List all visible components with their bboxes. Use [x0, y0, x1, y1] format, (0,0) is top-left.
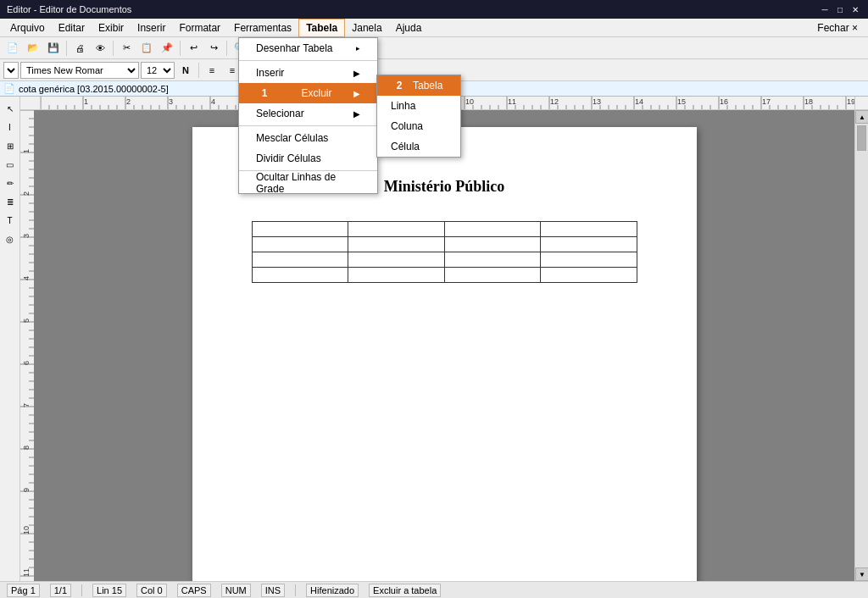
left-frame-btn[interactable]: ▭ [2, 156, 19, 173]
v-ruler-canvas [20, 110, 34, 581]
table-cell [348, 237, 445, 252]
titlebar: Editor - Editor de Documentos ─ □ ✕ [0, 0, 868, 19]
menu-inserir-item[interactable]: Inserir ▶ [239, 63, 377, 83]
menu-mesclar-item[interactable]: Mesclar Células [239, 128, 377, 148]
scroll-up-btn[interactable]: ▲ [855, 110, 868, 124]
status-col: Col 0 [136, 584, 167, 597]
step2-badge: 2 [391, 77, 408, 94]
table-cell [252, 237, 348, 252]
status-ins: INS [261, 584, 285, 597]
table-row [252, 222, 637, 237]
menu-formatar[interactable]: Formatar [172, 19, 227, 37]
menu-editar[interactable]: Editar [52, 19, 92, 37]
menu-excluir-item[interactable]: 1 Excluir ▶ [239, 83, 377, 103]
menu-tabela[interactable]: Tabela [298, 19, 345, 37]
menu-janela[interactable]: Janela [345, 19, 388, 37]
content-area: Ministério Público [20, 97, 868, 581]
tabela-dropdown: Desenhar Tabela ▸ Inserir ▶ 1 Excluir ▶ … [238, 37, 378, 194]
breadcrumb-text: cota genérica [03.2015.00000002-5] [19, 84, 169, 94]
font-size-select[interactable]: 12 [141, 62, 175, 79]
ruler-corner [20, 97, 41, 110]
table-cell [541, 237, 637, 252]
minimize-button[interactable]: ─ [819, 3, 831, 15]
vertical-ruler [20, 110, 34, 581]
doc-scroll[interactable]: Ministério Público [34, 110, 854, 581]
print-btn[interactable]: 🖨 [70, 40, 89, 57]
table-cell [252, 222, 348, 237]
style-select[interactable] [3, 62, 19, 79]
status-num: NUM [221, 584, 251, 597]
status-caps: CAPS [177, 584, 211, 597]
menu-sep-1 [239, 60, 377, 61]
left-field-btn[interactable]: ≣ [2, 193, 19, 210]
submenu-celula[interactable]: Célula [377, 136, 460, 157]
submenu-tabela[interactable]: 2 Tabela [377, 75, 460, 96]
table-cell [541, 268, 637, 283]
doc-area: ↖ I ⊞ ▭ ✏ ≣ T ◎ Ministério Público [0, 97, 868, 581]
maximize-button[interactable]: □ [834, 3, 846, 15]
breadcrumb-icon: 📄 [3, 83, 15, 94]
fechar-button[interactable]: Fechar × [810, 19, 865, 37]
left-cursor-btn[interactable]: I [2, 119, 19, 136]
document-page: Ministério Público [192, 127, 697, 581]
table-cell [252, 268, 348, 283]
main-toolbar: 📄 📂 💾 🖨 👁 ✂ 📋 📌 ↩ ↪ 🔍 ⊞ ▭ − + [0, 37, 868, 59]
table-cell [444, 222, 541, 237]
title-text: Editor - Editor de Documentos [7, 4, 131, 14]
table-cell [444, 237, 541, 252]
menubar: Arquivo Editar Exibir Inserir Formatar F… [0, 19, 868, 37]
submenu-linha[interactable]: Linha [377, 96, 460, 116]
font-name-select[interactable]: Times New Romar [20, 62, 139, 79]
table-row [252, 237, 637, 252]
bold-btn[interactable]: N [176, 62, 195, 79]
status-pages: 1/1 [50, 584, 71, 597]
step1-badge: 1 [256, 85, 273, 102]
left-nav-btn[interactable]: ◎ [2, 230, 19, 247]
new-btn[interactable]: 📄 [3, 40, 22, 57]
open-btn[interactable]: 📂 [24, 40, 42, 57]
excluir-submenu: 2 Tabela Linha Coluna Célula [376, 75, 461, 158]
vertical-scrollbar: ▲ ▼ [854, 110, 868, 581]
doc-table [252, 221, 637, 283]
align-left-btn[interactable]: ≡ [203, 62, 221, 79]
left-abc-btn[interactable]: T [2, 212, 19, 229]
undo-btn[interactable]: ↩ [184, 40, 203, 57]
menu-desenhar-tabela[interactable]: Desenhar Tabela ▸ [239, 38, 377, 58]
scroll-area: Ministério Público [20, 110, 868, 581]
menu-arquivo[interactable]: Arquivo [3, 19, 52, 37]
menu-ocultar-item[interactable]: Ocultar Linhas de Grade [239, 173, 377, 193]
table-cell [541, 252, 637, 268]
save-btn[interactable]: 💾 [44, 40, 63, 57]
submenu-coluna[interactable]: Coluna [377, 116, 460, 136]
table-cell [252, 252, 348, 268]
copy-btn[interactable]: 📋 [137, 40, 156, 57]
scroll-thumb[interactable] [857, 125, 866, 151]
menu-ajuda[interactable]: Ajuda [389, 19, 429, 37]
status-action: Excluir a tabela [369, 584, 441, 597]
table-cell [348, 222, 445, 237]
status-lin: Lin 15 [92, 584, 126, 597]
cut-btn[interactable]: ✂ [117, 40, 136, 57]
preview-btn[interactable]: 👁 [91, 40, 109, 57]
left-toolbar: ↖ I ⊞ ▭ ✏ ≣ T ◎ [0, 97, 20, 581]
scroll-down-btn[interactable]: ▼ [855, 568, 868, 581]
menu-exibir[interactable]: Exibir [92, 19, 131, 37]
menu-sep-2 [239, 125, 377, 126]
left-select-btn[interactable]: ↖ [2, 100, 19, 117]
menu-selecionar-item[interactable]: Selecionar ▶ [239, 103, 377, 124]
menu-dividir-item[interactable]: Dividir Células [239, 148, 377, 169]
left-draw-btn[interactable]: ✏ [2, 174, 19, 191]
menu-inserir[interactable]: Inserir [131, 19, 172, 37]
redo-btn[interactable]: ↪ [204, 40, 223, 57]
menu-ferramentas[interactable]: Ferramentas [227, 19, 298, 37]
table-cell [444, 268, 541, 283]
table-row [252, 252, 637, 268]
status-page: Pág 1 [7, 584, 40, 597]
table-cell [444, 252, 541, 268]
status-hifenizado: Hifenizado [306, 584, 359, 597]
paste-btn[interactable]: 📌 [158, 40, 176, 57]
close-button[interactable]: ✕ [849, 3, 861, 15]
left-table-btn[interactable]: ⊞ [2, 137, 19, 154]
table-cell [541, 222, 637, 237]
statusbar: Pág 1 1/1 Lin 15 Col 0 CAPS NUM INS Hife… [0, 581, 868, 598]
